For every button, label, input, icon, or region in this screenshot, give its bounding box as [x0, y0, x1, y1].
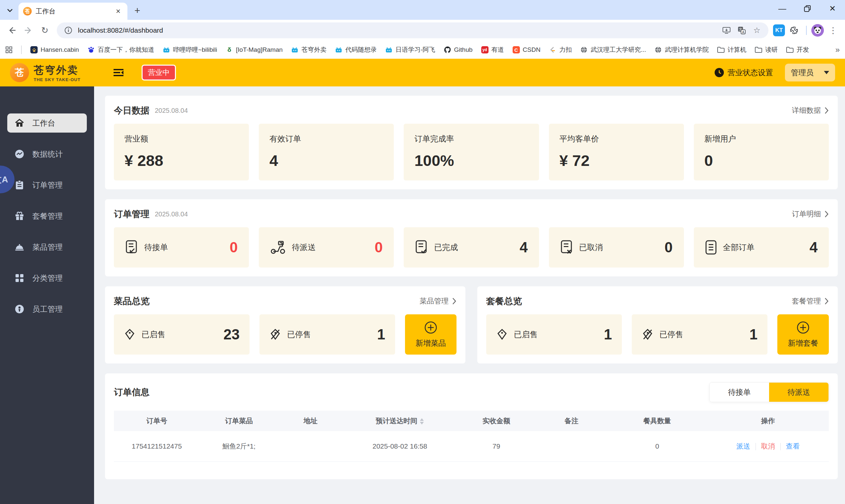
browser-window: 苍 工作台 × + — ✕ ↻ localhost:8082/#/dashboa…: [0, 0, 845, 59]
bookmark-daimasuixianglu[interactable]: 代码随想录: [335, 46, 376, 54]
cancel-action-link[interactable]: 取消: [761, 442, 775, 450]
forward-button[interactable]: [21, 23, 36, 38]
order-card-all[interactable]: 全部订单 4: [694, 227, 829, 268]
setmeal-card-on-sale[interactable]: 已启售 1: [486, 314, 622, 355]
bookmark-hansen[interactable]: Hansen.cabin: [30, 46, 79, 53]
bookmark-iot-raman[interactable]: δ [IoT-Mag]Raman: [226, 46, 283, 53]
bookmark-japanese[interactable]: 日语学习-阿飞: [385, 46, 435, 54]
browser-menu-button[interactable]: ⋮: [826, 23, 840, 38]
bookmark-skytakeout[interactable]: 苍穹外卖: [291, 46, 327, 54]
sidebar-item-setmeal[interactable]: 套餐管理: [7, 206, 87, 226]
overview-row: 菜品总览 菜品管理 已启售 23 已停售 1: [105, 286, 838, 373]
order-card-pending-accept[interactable]: 待接单 0: [114, 227, 249, 268]
orders-table: 订单号 订单菜品 地址 预计送达时间 实收金额 备注 餐具数量 操作 1: [114, 411, 829, 462]
sidebar-item-orders[interactable]: 订单管理: [7, 176, 87, 195]
today-detail-link[interactable]: 详细数据: [792, 106, 829, 115]
address-bar[interactable]: localhost:8082/#/dashboard 文A ☆: [57, 22, 769, 38]
install-app-icon[interactable]: [721, 25, 732, 36]
bookmark-star-icon[interactable]: ☆: [751, 25, 762, 36]
order-card-cancelled[interactable]: 已取消 0: [549, 227, 684, 268]
house-icon: [30, 46, 38, 53]
bookmark-folder-dev[interactable]: 开发: [786, 46, 809, 54]
csdn-icon: C: [513, 46, 520, 53]
business-status-badge: 营业中: [142, 65, 176, 80]
bookmark-wuli-cs[interactable]: 武理计算机学院: [654, 46, 709, 54]
bookmark-bilibili[interactable]: 哔哩哔哩~bilibili: [163, 46, 217, 54]
plus-circle-icon: [796, 321, 810, 334]
setmeal-card-off-sale[interactable]: 已停售 1: [632, 314, 768, 355]
setmeal-management-link[interactable]: 套餐管理: [792, 296, 829, 306]
tab-pending-accept[interactable]: 待接单: [710, 383, 769, 402]
dropdown-caret-icon: [824, 71, 829, 74]
bilibili-tv-icon: [163, 46, 170, 53]
extensions-button[interactable]: [787, 23, 802, 38]
new-tab-button[interactable]: +: [131, 4, 144, 17]
minimize-button[interactable]: —: [770, 0, 795, 17]
business-status-setting[interactable]: 营业状态设置: [714, 68, 773, 78]
bookmark-folder-grad[interactable]: 读研: [755, 46, 778, 54]
setmeal-overview-panel: 套餐总览 套餐管理 已启售 1 已停售 1: [477, 286, 838, 363]
employee-icon: [15, 304, 24, 314]
dish-management-link[interactable]: 菜品管理: [420, 296, 457, 306]
bookmark-youdao[interactable]: yd 有道: [481, 46, 504, 54]
order-card-completed[interactable]: 已完成 4: [404, 227, 539, 268]
cell-address: [278, 431, 342, 462]
order-status-cards: 待接单 0 待派送 0 已完成 4 已取消 0: [114, 227, 829, 268]
restore-button[interactable]: [795, 0, 820, 17]
bookmark-whut[interactable]: 武汉理工大学研究...: [580, 46, 646, 54]
profile-avatar[interactable]: [811, 24, 824, 37]
restore-icon: [804, 5, 811, 12]
order-info-panel: 订单信息 待接单 待派送 订单号 订单菜品 地址: [105, 373, 838, 479]
translate-glyph: 文A: [737, 26, 746, 35]
tab-search-button[interactable]: [3, 4, 17, 17]
col-tableware: 餐具数量: [607, 411, 707, 431]
dish-overview-panel: 菜品总览 菜品管理 已启售 23 已停售 1: [105, 286, 465, 363]
stat-card-new-users: 新增用户 0: [694, 124, 829, 180]
apps-grid-icon[interactable]: [5, 46, 13, 53]
bookmark-baidu[interactable]: 百度一下，你就知道: [87, 46, 154, 54]
sidebar-item-statistics[interactable]: 数据统计: [7, 144, 87, 164]
bookmark-folder-computer[interactable]: 计算机: [717, 46, 746, 54]
close-window-button[interactable]: ✕: [820, 0, 845, 17]
order-card-pending-delivery[interactable]: 待派送 0: [259, 227, 394, 268]
tag-icon: [496, 328, 508, 340]
url-text[interactable]: localhost:8082/#/dashboard: [78, 26, 717, 34]
order-detail-link[interactable]: 订单明细: [792, 209, 829, 219]
browser-tab[interactable]: 苍 工作台 ×: [18, 3, 127, 20]
admin-dropdown[interactable]: 管理员: [785, 64, 835, 82]
col-eta[interactable]: 预计送达时间: [342, 411, 457, 431]
bookmarks-overflow-button[interactable]: »: [835, 45, 840, 54]
reload-button[interactable]: ↻: [38, 23, 52, 38]
kt-extension-icon[interactable]: KT: [773, 24, 785, 36]
table-row: 1754121512475 鮰鱼2斤*1; 2025-08-02 16:58 7…: [114, 431, 829, 462]
site-info-icon[interactable]: [63, 25, 74, 36]
folder-icon: [717, 46, 724, 53]
sidebar-item-dishes[interactable]: 菜品管理: [7, 237, 87, 257]
tab-pending-delivery[interactable]: 待派送: [769, 383, 828, 402]
tab-close-icon[interactable]: ×: [113, 6, 123, 16]
sidebar-item-categories[interactable]: 分类管理: [7, 269, 87, 288]
add-setmeal-button[interactable]: 新增套餐: [777, 314, 829, 355]
cell-amount: 79: [457, 431, 536, 462]
bookmarks-divider: [21, 46, 22, 54]
add-dish-button[interactable]: 新增菜品: [405, 314, 457, 355]
dish-card-on-sale[interactable]: 已启售 23: [114, 314, 249, 355]
panda-icon: [813, 26, 822, 35]
order-info-tabs: 待接单 待派送: [709, 382, 829, 402]
order-info-header: 订单信息 待接单 待派送: [114, 382, 829, 402]
chevron-right-icon: [824, 211, 829, 218]
sidebar-collapse-button[interactable]: [112, 66, 125, 79]
view-action-link[interactable]: 查看: [786, 442, 800, 450]
sort-carets-icon[interactable]: [420, 418, 424, 425]
github-icon: [444, 46, 451, 53]
back-button[interactable]: [5, 23, 19, 38]
bookmark-github[interactable]: Github: [444, 46, 473, 53]
sidebar-item-workbench[interactable]: 工作台: [7, 113, 87, 132]
translate-icon[interactable]: 文A: [736, 25, 747, 36]
sidebar-item-employees[interactable]: 员工管理: [7, 300, 87, 319]
dish-card-off-sale[interactable]: 已停售 1: [260, 314, 395, 355]
grid-icon: [15, 273, 24, 283]
bookmark-leetcode[interactable]: 力扣: [549, 46, 572, 54]
bookmark-csdn[interactable]: C CSDN: [513, 46, 541, 53]
deliver-action-link[interactable]: 派送: [736, 442, 750, 450]
